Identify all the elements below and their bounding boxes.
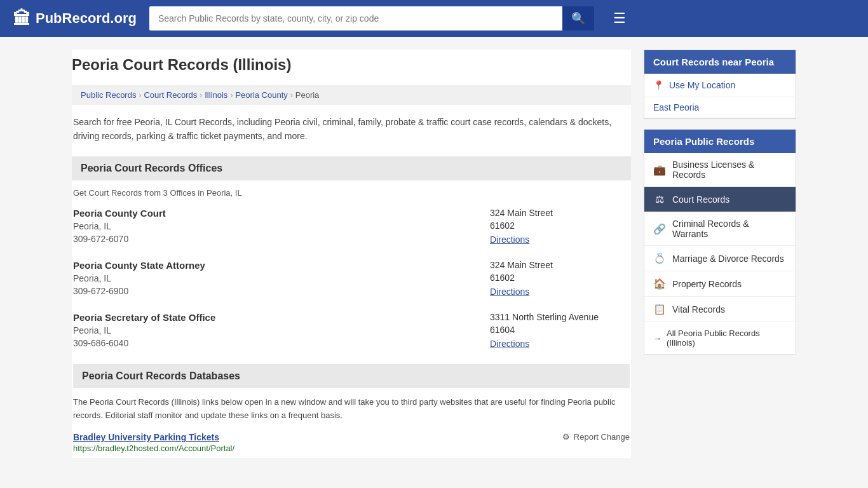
office-city-2: Peoria, IL: [73, 273, 490, 283]
sidebar-item-property-records[interactable]: 🏠 Property Records: [644, 271, 796, 297]
breadcrumb: Public Records › Court Records › Illinoi…: [72, 85, 631, 105]
sidebar-public-records-header: Peoria Public Records: [644, 130, 796, 153]
office-zip-3: 61604: [490, 325, 630, 335]
sidebar-use-location[interactable]: 📍 Use My Location: [644, 74, 796, 97]
breadcrumb-sep-1: ›: [139, 91, 141, 100]
search-button[interactable]: 🔍: [562, 6, 594, 30]
sidebar-public-records-box: Peoria Public Records 💼 Business License…: [644, 129, 796, 355]
menu-button[interactable]: ☰: [613, 10, 626, 27]
use-location-label: Use My Location: [669, 80, 735, 90]
offices-section-header: Peoria Court Records Offices: [72, 156, 631, 180]
databases-section-header: Peoria Court Records Databases: [73, 364, 630, 388]
office-address-2: 324 Main Street: [490, 260, 630, 270]
report-change-label-1: Report Change: [574, 432, 630, 442]
hamburger-icon: ☰: [613, 10, 626, 26]
page-wrapper: Peoria Court Records (Illinois) Public R…: [59, 37, 809, 471]
office-name-2: Peoria County State Attorney: [73, 260, 490, 271]
office-right-3: 3311 North Sterling Avenue 61604 Directi…: [490, 312, 630, 349]
office-entry-1: Peoria County Court Peoria, IL 309-672-6…: [72, 208, 631, 245]
office-city-3: Peoria, IL: [73, 325, 490, 336]
vital-records-icon: 📋: [653, 303, 666, 315]
marriage-records-icon: 💍: [653, 252, 666, 264]
criminal-records-icon: 🔗: [653, 223, 666, 235]
breadcrumb-sep-4: ›: [290, 91, 293, 100]
breadcrumb-sep-2: ›: [200, 91, 202, 100]
breadcrumb-sep-3: ›: [230, 91, 233, 100]
search-input[interactable]: [149, 6, 562, 30]
office-name-1: Peoria County Court: [73, 208, 490, 219]
sidebar-item-marriage-records-label: Marriage & Divorce Records: [672, 254, 784, 264]
sidebar-item-criminal-records-label: Criminal Records & Warrants: [672, 219, 787, 239]
db-entry-left-1: Bradley University Parking Tickets https…: [73, 432, 234, 453]
sidebar-all-records-label: All Peoria Public Records (Illinois): [667, 329, 787, 348]
sidebar-item-property-records-label: Property Records: [672, 279, 742, 289]
db-url-1: https://bradley.t2hosted.com/Account/Por…: [73, 444, 234, 453]
office-left-2: Peoria County State Attorney Peoria, IL …: [73, 260, 490, 297]
office-entry-3: Peoria Secretary of State Office Peoria,…: [72, 312, 631, 349]
all-records-arrow-icon: →: [653, 334, 661, 343]
sidebar-item-court-records-label: Court Records: [672, 194, 729, 205]
logo-text: PubRecord.org: [36, 10, 137, 27]
offices-sub: Get Court Records from 3 Offices in Peor…: [72, 188, 631, 198]
directions-link-1[interactable]: Directions: [490, 234, 529, 245]
search-container: 🔍: [149, 6, 594, 30]
sidebar-item-vital-records[interactable]: 📋 Vital Records: [644, 297, 796, 322]
property-records-icon: 🏠: [653, 278, 666, 290]
breadcrumb-peoria: Peoria: [295, 90, 320, 100]
business-licenses-icon: 💼: [653, 164, 666, 176]
office-phone-3: 309-686-6040: [73, 338, 490, 348]
sidebar-item-marriage-records[interactable]: 💍 Marriage & Divorce Records: [644, 246, 796, 271]
db-entry-1: Bradley University Parking Tickets https…: [73, 432, 630, 453]
report-change-icon-1: ⚙: [562, 432, 570, 442]
breadcrumb-illinois[interactable]: Illinois: [205, 90, 227, 100]
databases-section: Peoria Court Records Databases The Peori…: [72, 364, 631, 454]
sidebar-nearby-header: Court Records near Peoria: [644, 50, 796, 74]
breadcrumb-court-records[interactable]: Court Records: [144, 90, 197, 100]
main-content: Peoria Court Records (Illinois) Public R…: [72, 50, 631, 458]
office-address-1: 324 Main Street: [490, 208, 630, 218]
sidebar-item-vital-records-label: Vital Records: [672, 304, 725, 315]
location-icon: 📍: [653, 80, 664, 90]
sidebar-item-business-licenses-label: Business Licenses & Records: [672, 159, 787, 180]
office-zip-2: 61602: [490, 273, 630, 283]
sidebar-item-criminal-records[interactable]: 🔗 Criminal Records & Warrants: [644, 212, 796, 246]
sidebar-all-records[interactable]: → All Peoria Public Records (Illinois): [644, 322, 796, 354]
site-logo[interactable]: 🏛 PubRecord.org: [13, 8, 137, 29]
site-header: 🏛 PubRecord.org 🔍 ☰: [0, 0, 868, 37]
db-link-name-1[interactable]: Bradley University Parking Tickets: [73, 432, 234, 442]
page-description: Search for free Peoria, IL Court Records…: [72, 115, 631, 144]
report-change-button-1[interactable]: ⚙ Report Change: [562, 432, 630, 442]
office-address-3: 3311 North Sterling Avenue: [490, 312, 630, 322]
sidebar-east-peoria[interactable]: East Peoria: [644, 97, 796, 118]
breadcrumb-public-records[interactable]: Public Records: [81, 90, 136, 100]
logo-icon: 🏛: [13, 8, 31, 29]
court-records-icon: ⚖: [653, 193, 666, 205]
office-zip-1: 61602: [490, 220, 630, 231]
office-city-1: Peoria, IL: [73, 221, 490, 231]
office-phone-1: 309-672-6070: [73, 234, 490, 244]
office-right-1: 324 Main Street 61602 Directions: [490, 208, 630, 245]
databases-description: The Peoria Court Records (Illinois) link…: [73, 396, 630, 423]
page-title: Peoria Court Records (Illinois): [72, 50, 631, 76]
sidebar-item-business-licenses[interactable]: 💼 Business Licenses & Records: [644, 153, 796, 187]
directions-link-2[interactable]: Directions: [490, 287, 529, 297]
search-icon: 🔍: [571, 12, 585, 25]
office-right-2: 324 Main Street 61602 Directions: [490, 260, 630, 297]
office-left-1: Peoria County Court Peoria, IL 309-672-6…: [73, 208, 490, 245]
directions-link-3[interactable]: Directions: [490, 339, 529, 349]
office-entry-2: Peoria County State Attorney Peoria, IL …: [72, 260, 631, 297]
office-phone-2: 309-672-6900: [73, 286, 490, 296]
sidebar: Court Records near Peoria 📍 Use My Locat…: [644, 50, 796, 458]
breadcrumb-peoria-county[interactable]: Peoria County: [235, 90, 287, 100]
sidebar-item-court-records[interactable]: ⚖ Court Records: [644, 187, 796, 212]
office-name-3: Peoria Secretary of State Office: [73, 312, 490, 323]
office-left-3: Peoria Secretary of State Office Peoria,…: [73, 312, 490, 349]
sidebar-nearby-box: Court Records near Peoria 📍 Use My Locat…: [644, 50, 796, 119]
